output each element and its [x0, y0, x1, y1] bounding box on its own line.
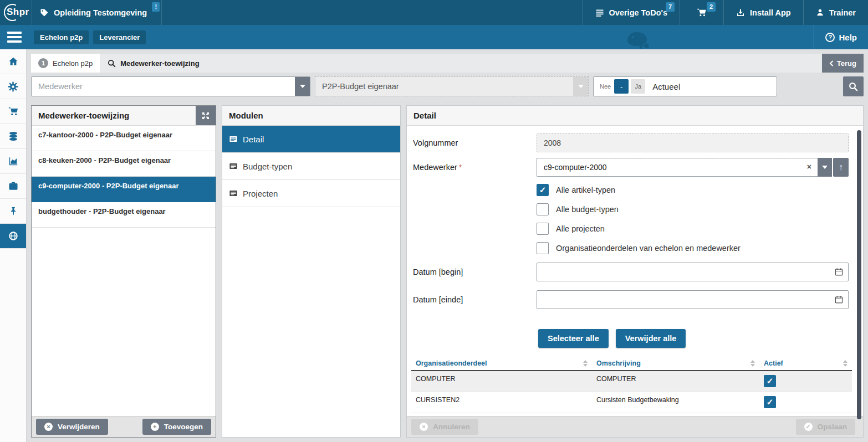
modules-panel-title: Modulen: [229, 111, 263, 120]
home-icon: [8, 56, 18, 66]
toggle-option-nee[interactable]: Nee: [600, 83, 611, 90]
toggle-option-ja[interactable]: Ja: [631, 79, 645, 94]
app-logo[interactable]: Shpr: [0, 0, 32, 25]
cell-actief: ✓: [759, 392, 852, 413]
icon-sidebar: [0, 49, 27, 442]
modules-panel: Modulen Detail Budget-typen Projecten: [222, 105, 401, 438]
sidebar-item-global[interactable]: [0, 224, 26, 249]
actief-checkbox[interactable]: ✓: [764, 375, 776, 387]
sidebar-item-data[interactable]: [0, 124, 26, 149]
back-button[interactable]: Terug: [822, 54, 864, 73]
briefcase-icon: [8, 181, 18, 191]
checkbox-label: Alle budget-typen: [556, 205, 619, 214]
topbar-actions: Overige ToDo's 7 2 Install App Trainer: [583, 0, 868, 25]
goto-medewerker-button[interactable]: ↑: [833, 158, 849, 177]
pill-leverancier[interactable]: Leverancier: [93, 30, 146, 44]
add-button[interactable]: + Toevoegen: [142, 419, 211, 435]
navbar: Echelon p2p Leverancier ? Help: [0, 25, 868, 49]
detail-panel-header: Detail: [407, 106, 863, 126]
list-item-selected[interactable]: c9-computer-2000 - P2P-Budget eigenaar: [32, 177, 216, 202]
checkbox-row: ✓ Alle artikel-typen: [537, 184, 859, 196]
checkbox-label: Alle projecten: [556, 224, 605, 233]
user-label: Trainer: [829, 8, 856, 17]
alle-budget-typen-checkbox[interactable]: [537, 203, 549, 215]
sidebar-item-home[interactable]: [0, 49, 26, 74]
cell-omschrijving: COMPUTER: [592, 371, 759, 392]
install-app-button[interactable]: Install App: [723, 0, 803, 25]
todos-badge: 7: [666, 2, 675, 12]
pill-echelon-p2p[interactable]: Echelon p2p: [34, 30, 89, 44]
delete-label: Verwijderen: [58, 423, 100, 431]
breadcrumb-current: Medewerker-toewijzing: [108, 59, 199, 68]
toggle-option-none[interactable]: -: [614, 79, 629, 94]
module-item-detail[interactable]: Detail: [222, 126, 400, 153]
alle-projecten-checkbox[interactable]: [537, 223, 549, 235]
environment-selector[interactable]: Opleiding Testomgeving !: [32, 0, 162, 25]
medewerker-dropdown-button[interactable]: [818, 158, 832, 177]
sidebar-item-reports[interactable]: [0, 149, 26, 174]
breadcrumb-tab-echelon[interactable]: 1 Echelon p2p: [31, 54, 100, 73]
list-item[interactable]: budgethouder - P2P-Budget eigenaar: [32, 202, 216, 228]
sort-icon[interactable]: [750, 360, 755, 367]
cart-button[interactable]: 2: [680, 0, 723, 25]
breadcrumb: 1 Echelon p2p Medewerker-toewijzing Teru…: [31, 54, 864, 73]
user-menu[interactable]: Trainer: [803, 0, 868, 25]
alle-artikel-typen-checkbox[interactable]: ✓: [537, 184, 549, 196]
clear-icon[interactable]: ×: [807, 162, 811, 172]
sidebar-item-procurement[interactable]: [0, 99, 26, 124]
medewerker-field[interactable]: [537, 158, 818, 177]
datum-begin-field[interactable]: [537, 263, 849, 281]
datum-begin-label: Datum [begin]: [411, 268, 537, 276]
calendar-icon[interactable]: [835, 296, 843, 304]
expand-button[interactable]: [196, 106, 216, 125]
list-item[interactable]: c7-kantoor-2000 - P2P-Budget eigenaar: [32, 126, 216, 151]
search-button[interactable]: [843, 76, 864, 96]
chevron-down-icon: [573, 77, 588, 96]
module-item-budget-typen[interactable]: Budget-typen: [222, 153, 400, 180]
environment-label: Opleiding Testomgeving: [54, 8, 147, 17]
employee-select[interactable]: Medewerker: [31, 76, 310, 96]
checkbox-row: Organisatieonderdelen van echelon en med…: [537, 242, 859, 254]
sidebar-item-settings[interactable]: [0, 74, 26, 99]
column-header-omschrijving[interactable]: Omschrijving: [592, 357, 759, 371]
volgnummer-row: Volgnummer: [411, 133, 859, 152]
cell-omschrijving: Cursisten Budgetbewaking: [592, 392, 759, 413]
sort-icon[interactable]: [843, 360, 847, 367]
save-label: Opslaan: [818, 423, 847, 431]
cell-actief: ✓: [759, 371, 852, 392]
list-item[interactable]: c8-keuken-2000 - P2P-Budget eigenaar: [32, 151, 216, 177]
datum-einde-label: Datum [einde]: [411, 295, 537, 304]
actief-checkbox[interactable]: ✓: [764, 396, 776, 408]
select-all-button[interactable]: Selecteer alle: [538, 329, 609, 348]
required-asterisk: *: [459, 163, 462, 172]
sort-icon[interactable]: [583, 360, 588, 367]
organisatieonderdelen-checkbox[interactable]: [537, 242, 549, 254]
module-item-projecten[interactable]: Projecten: [222, 180, 400, 207]
globe-icon: [8, 231, 18, 241]
calendar-icon[interactable]: [835, 268, 843, 276]
module-item-label: Detail: [243, 135, 264, 144]
medewerker-label: Medewerker*: [411, 163, 537, 172]
sidebar-item-pinned[interactable]: [0, 199, 26, 224]
cancel-button[interactable]: × Annuleren: [411, 419, 478, 435]
sidebar-item-business[interactable]: [0, 174, 26, 199]
save-button[interactable]: ✓ Opslaan: [796, 419, 855, 435]
column-header-actief[interactable]: Actief: [759, 357, 852, 371]
organisatieonderdeel-table: Organisatieonderdeel Omschrijving Actief…: [411, 357, 852, 413]
todos-button[interactable]: Overige ToDo's 7: [583, 0, 680, 25]
help-button[interactable]: ? Help: [814, 25, 868, 49]
scrollbar-thumb[interactable]: [857, 130, 861, 419]
cart-icon: [697, 8, 707, 17]
datum-einde-field[interactable]: [537, 290, 849, 309]
column-header-organisatieonderdeel[interactable]: Organisatieonderdeel: [411, 357, 592, 371]
role-select[interactable]: P2P-Budget eigenaar: [315, 76, 589, 96]
cancel-label: Annuleren: [433, 423, 470, 431]
hamburger-menu-icon[interactable]: [7, 32, 22, 43]
remove-all-button[interactable]: Verwijder alle: [616, 329, 686, 348]
chevron-down-icon[interactable]: [295, 77, 310, 96]
tag-icon: [40, 8, 49, 17]
chameleon-graphic: [622, 25, 658, 53]
employee-select-placeholder: Medewerker: [32, 77, 89, 96]
detail-panel-footer: × Annuleren ✓ Opslaan: [407, 416, 863, 437]
delete-button[interactable]: × Verwijderen: [36, 419, 108, 435]
